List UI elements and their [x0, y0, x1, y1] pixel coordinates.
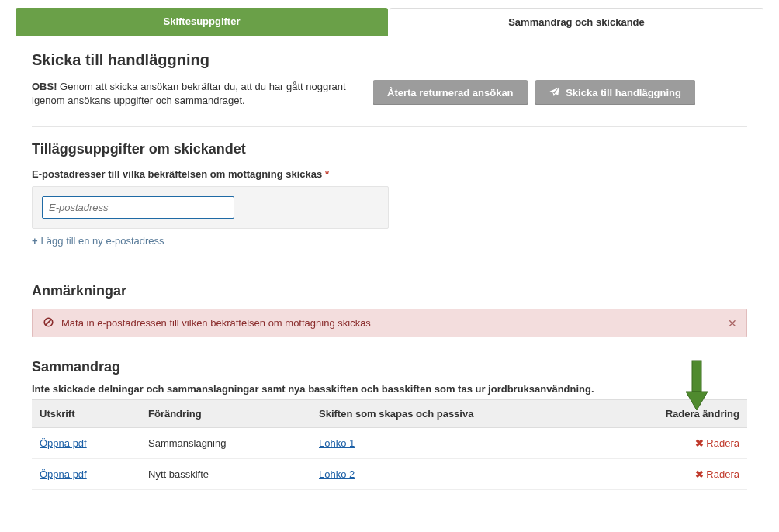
svg-line-1: [46, 320, 51, 325]
send-application-button[interactable]: Skicka till handläggning: [535, 80, 695, 105]
divider: [32, 126, 747, 127]
delete-label: Radera: [706, 437, 739, 449]
return-application-button[interactable]: Återta returnerad ansökan: [373, 80, 528, 105]
required-star: *: [325, 168, 329, 180]
email-label-text: E-postadresser till vilka bekräftelsen o…: [32, 168, 322, 180]
tab-skiftesuppgifter[interactable]: Skiftesuppgifter: [16, 8, 388, 36]
svg-rect-2: [692, 361, 701, 392]
open-pdf-link[interactable]: Öppna pdf: [40, 437, 87, 449]
tab-bar: Skiftesuppgifter Sammandrag och skickand…: [16, 8, 763, 36]
add-email-link[interactable]: + Lägg till en ny e-postadress: [32, 235, 164, 247]
notice-obs: OBS!: [32, 81, 57, 92]
plus-icon: +: [32, 235, 38, 247]
alert-close[interactable]: ✕: [728, 317, 737, 330]
main-panel: Skicka till handläggning OBS! Genom att …: [16, 36, 763, 506]
prohibit-icon: [43, 317, 54, 329]
summary-table: Utskrift Förändring Skiften som skapas o…: [32, 399, 747, 490]
arrow-annotation: [684, 359, 710, 416]
email-label: E-postadresser till vilka bekräftelsen o…: [32, 168, 747, 180]
notice-text: Genom att skicka ansökan bekräftar du, a…: [32, 81, 346, 106]
delete-label: Radera: [706, 468, 739, 480]
extra-title: Tilläggsuppgifter om skickandet: [32, 141, 747, 157]
change-cell: Sammanslagning: [140, 428, 311, 459]
svg-marker-3: [686, 392, 708, 410]
lohko-link[interactable]: Lohko 2: [319, 468, 355, 480]
tab-sammandrag[interactable]: Sammandrag och skickande: [390, 8, 763, 36]
lohko-link[interactable]: Lohko 1: [319, 437, 355, 449]
change-cell: Nytt basskifte: [140, 459, 311, 490]
summary-desc: Inte skickade delningar och sammanslagni…: [32, 383, 747, 395]
alert-box: Mata in e-postadressen till vilken bekrä…: [32, 309, 747, 337]
open-pdf-link[interactable]: Öppna pdf: [40, 468, 87, 480]
col-print: Utskrift: [32, 400, 140, 428]
table-row: Öppna pdf Sammanslagning Lohko 1 ✖Radera: [32, 428, 747, 459]
remarks-title: Anmärkningar: [32, 283, 747, 299]
col-created: Skiften som skapas och passiva: [311, 400, 646, 428]
col-change: Förändring: [140, 400, 311, 428]
delete-link[interactable]: ✖Radera: [695, 468, 739, 480]
email-field[interactable]: [42, 196, 234, 219]
send-notice: OBS! Genom att skicka ansökan bekräftar …: [32, 80, 358, 108]
delete-link[interactable]: ✖Radera: [695, 437, 739, 449]
send-title: Skicka till handläggning: [32, 51, 747, 69]
x-icon: ✖: [695, 468, 704, 480]
summary-title: Sammandrag: [32, 359, 747, 375]
alert-text: Mata in e-postadressen till vilken bekrä…: [61, 317, 371, 329]
paper-plane-icon: [549, 87, 563, 98]
table-row: Öppna pdf Nytt basskifte Lohko 2 ✖Radera: [32, 459, 747, 490]
send-button-label: Skicka till handläggning: [566, 87, 681, 98]
add-email-label: Lägg till en ny e-postadress: [41, 235, 164, 247]
email-input-block: [32, 186, 389, 229]
divider: [32, 261, 747, 261]
x-icon: ✖: [695, 437, 704, 449]
